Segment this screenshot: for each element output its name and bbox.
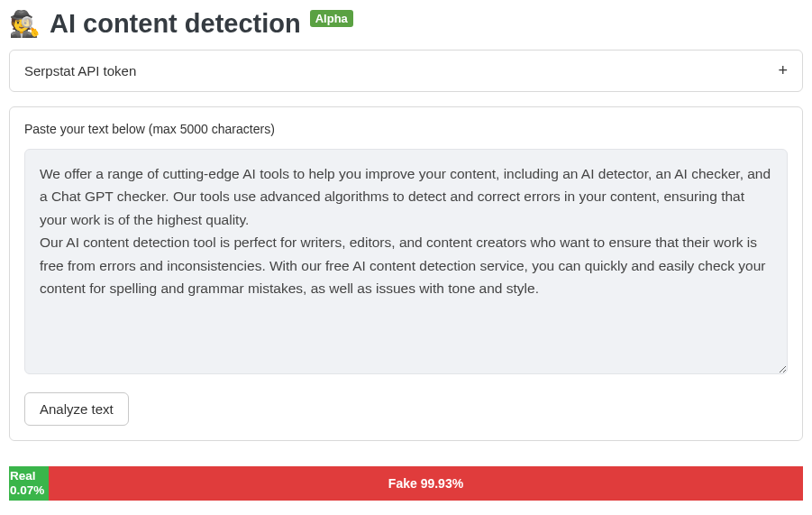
page-title: AI content detection xyxy=(50,9,301,39)
detective-icon: 🕵️ xyxy=(9,9,41,39)
result-real-segment: Real 0.07% xyxy=(9,466,49,501)
plus-icon: + xyxy=(778,61,788,80)
api-token-expander[interactable]: Serpstat API token + xyxy=(9,50,803,92)
main-panel: Paste your text below (max 5000 characte… xyxy=(9,106,803,441)
result-fake-segment: Fake 99.93% xyxy=(49,466,803,501)
result-real-value: 0.07% xyxy=(10,483,49,498)
alpha-badge: Alpha xyxy=(310,10,353,27)
page-header: 🕵️ AI content detection Alpha xyxy=(9,9,803,39)
result-real-label: Real xyxy=(10,469,49,483)
result-fake-label: Fake 99.93% xyxy=(388,476,463,491)
analyze-button[interactable]: Analyze text xyxy=(24,392,129,426)
content-textarea[interactable] xyxy=(24,149,788,374)
paste-instruction-label: Paste your text below (max 5000 characte… xyxy=(24,122,788,136)
api-token-label: Serpstat API token xyxy=(24,63,136,78)
result-bar: Real 0.07% Fake 99.93% xyxy=(9,466,803,501)
